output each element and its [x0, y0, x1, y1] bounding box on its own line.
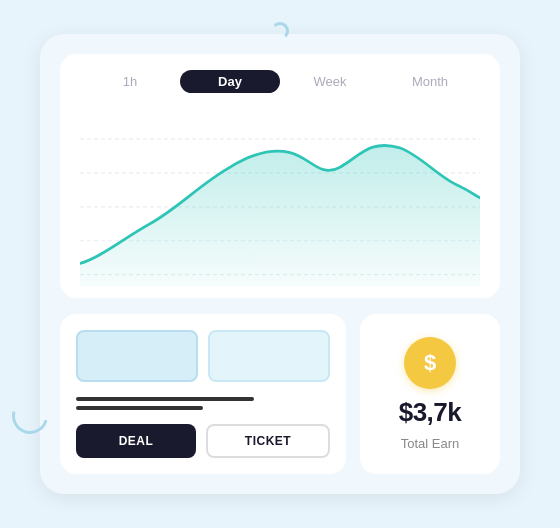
text-line-2 [76, 406, 203, 410]
decorative-arc-top [271, 22, 289, 40]
bottom-row: DEAL TICKET $ $3,7k Total Earn [60, 314, 500, 474]
chart-card: 1h Day Week Month [60, 54, 500, 298]
chart-fill [80, 145, 480, 286]
image-placeholder-1 [76, 330, 198, 382]
earn-card: $ $3,7k Total Earn [360, 314, 500, 474]
earn-amount: $3,7k [399, 397, 462, 428]
text-line-1 [76, 397, 254, 401]
buttons-row: DEAL TICKET [76, 424, 330, 458]
main-card: 1h Day Week Month [40, 34, 520, 494]
image-placeholders [76, 330, 330, 382]
ticket-button[interactable]: TICKET [206, 424, 330, 458]
tab-month[interactable]: Month [380, 70, 480, 93]
chart-tabs: 1h Day Week Month [80, 70, 480, 93]
text-lines [76, 397, 330, 410]
decorative-arc-left [5, 391, 54, 440]
image-placeholder-2 [208, 330, 330, 382]
info-card: DEAL TICKET [60, 314, 346, 474]
deal-button[interactable]: DEAL [76, 424, 196, 458]
tab-day[interactable]: Day [180, 70, 280, 93]
dollar-icon: $ [404, 337, 456, 389]
chart-area [80, 105, 480, 286]
tab-week[interactable]: Week [280, 70, 380, 93]
chart-svg [80, 105, 480, 286]
tab-1h[interactable]: 1h [80, 70, 180, 93]
earn-label: Total Earn [401, 436, 460, 451]
